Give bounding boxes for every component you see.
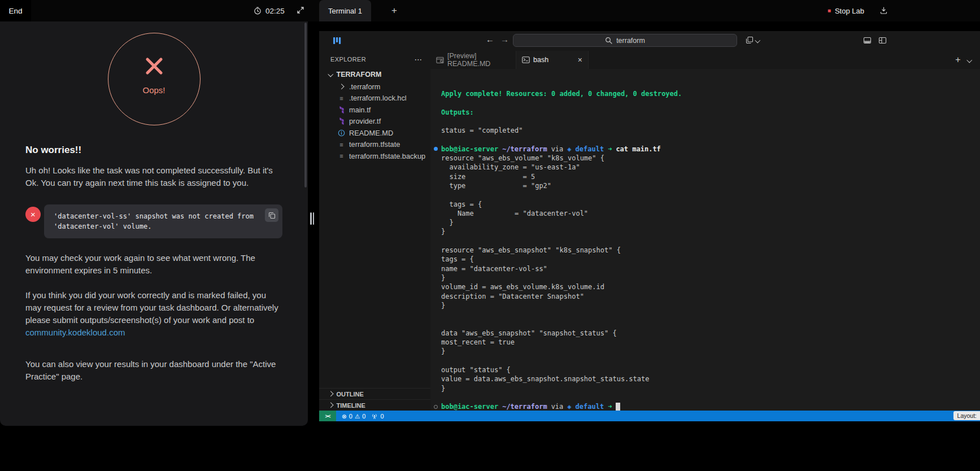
problems-indicator[interactable]: ⊗ 0 ⚠ 0 — [342, 413, 365, 420]
vscode-statusbar: >< ⊗ 0 ⚠ 0 0 Layout: — [319, 411, 980, 421]
toggle-panel-icon[interactable] — [863, 36, 872, 45]
file-icon: ≡ — [338, 141, 345, 148]
add-tab-button[interactable]: + — [955, 55, 960, 65]
tree-root-label: TERRAFORM — [337, 71, 382, 78]
tree-root-terraform[interactable]: TERRAFORM — [319, 68, 430, 81]
lab-timer: 02:25 — [254, 0, 285, 21]
chevron-right-icon — [338, 85, 345, 89]
end-button-label: End — [8, 7, 22, 15]
chevron-right-icon — [328, 391, 333, 396]
tab-readme-preview[interactable]: [Preview] README.MD — [430, 51, 516, 69]
scrollbar-thumb[interactable] — [304, 23, 307, 187]
menu-icon[interactable] — [333, 36, 342, 45]
file-item-terraform-tfstate-backup[interactable]: ≡ terraform.tfstate.backup — [319, 150, 430, 162]
terminal-blank-line — [441, 117, 980, 126]
error-x-glyph: × — [31, 210, 36, 219]
error-circle-icon: × — [25, 207, 41, 222]
file-item-terraform-tfstate[interactable]: ≡ terraform.tfstate — [319, 139, 430, 151]
chevron-down-icon — [755, 37, 760, 42]
prompt-via: via — [551, 145, 564, 154]
radio-tower-icon — [371, 413, 378, 420]
info-icon — [338, 129, 345, 137]
ports-indicator[interactable]: 0 — [371, 413, 384, 420]
command-decoration-icon[interactable] — [434, 147, 438, 151]
ports-count: 0 — [380, 413, 384, 420]
timeline-section[interactable]: TIMELINE — [319, 399, 430, 411]
vscode-titlebar: ← → terraform — [319, 31, 980, 51]
terminal-blank-line — [441, 393, 980, 402]
tab-label: bash — [533, 56, 548, 64]
file-item-readme-md[interactable]: README.MD — [319, 127, 430, 139]
chevron-right-icon — [328, 403, 333, 408]
prompt-workspace: default — [576, 145, 604, 154]
expand-icon[interactable] — [297, 6, 304, 14]
prompt-arrow-icon: ➜ — [608, 402, 612, 411]
tab-bash[interactable]: bash × — [516, 51, 589, 69]
more-actions-icon[interactable]: ⋯ — [415, 55, 423, 64]
close-icon[interactable]: × — [578, 55, 582, 64]
explorer-sidebar: EXPLORER ⋯ TERRAFORM .terraform ≡ .terra… — [319, 51, 431, 411]
result-paragraph-4: You can also view your results in your d… — [25, 358, 282, 383]
terraform-icon — [338, 117, 345, 125]
prompt-directory: ~/terraform — [502, 145, 547, 154]
outline-section[interactable]: OUTLINE — [319, 388, 430, 399]
command-center-search[interactable]: terraform — [513, 34, 737, 47]
warning-count: 0 — [362, 413, 365, 420]
tab-label: [Preview] README.MD — [447, 52, 510, 68]
add-terminal-button[interactable]: + — [387, 4, 401, 18]
terminal-1-tab-label: Terminal 1 — [328, 7, 362, 15]
file-item-terraform-lock-hcl[interactable]: ≡ .terraform.lock.hcl — [319, 93, 430, 104]
file-icon: ≡ — [338, 152, 345, 159]
vscode-window: ← → terraform — [319, 31, 980, 421]
terminal-outputs-label: Outputs: — [441, 108, 980, 117]
warning-icon: ⚠ — [355, 413, 360, 420]
community-link[interactable]: community.kodekloud.com — [25, 328, 125, 337]
prompt-workspace: default — [576, 402, 604, 411]
remote-indicator[interactable]: >< — [319, 411, 336, 421]
terminal-blank-line — [441, 135, 980, 144]
copy-button[interactable] — [265, 208, 278, 222]
result-paragraph-3-text: If you think you did your work correctly… — [25, 290, 278, 325]
terminal-prompt-line: bob@iac-server ~/terraform via ◈ default… — [441, 145, 980, 154]
prompt-user: bob@iac-server — [441, 145, 498, 154]
prompt-arrow-icon: ➜ — [608, 145, 612, 154]
command-decoration-icon[interactable] — [434, 405, 438, 409]
file-item-main-tf[interactable]: main.tf — [319, 104, 430, 116]
stop-lab-label: Stop Lab — [835, 7, 864, 15]
download-icon[interactable] — [879, 6, 888, 15]
stop-lab-button[interactable]: ■ Stop Lab — [827, 0, 864, 21]
result-paragraph-2: You may check your work again to see wha… — [25, 252, 282, 277]
prompt-command: cat main.tf — [616, 145, 660, 154]
tabbar-actions: + — [955, 51, 980, 69]
end-button[interactable]: End — [0, 0, 31, 21]
markdown-preview-icon — [436, 56, 444, 64]
terraform-workspace-icon: ◈ — [567, 145, 571, 154]
file-item-provider-tf[interactable]: provider.tf — [319, 116, 430, 128]
forward-arrow-icon[interactable]: → — [500, 34, 509, 44]
folder-item-dot-terraform[interactable]: .terraform — [319, 81, 430, 93]
back-arrow-icon[interactable]: ← — [486, 34, 494, 44]
terminal-cursor — [616, 403, 620, 411]
terminal-icon — [522, 56, 530, 63]
prompt-via: via — [551, 402, 564, 411]
result-heading: No worries!! — [25, 145, 282, 156]
explorer-title: EXPLORER — [330, 56, 366, 63]
explorer-header: EXPLORER ⋯ — [319, 51, 430, 68]
terminal-1-tab[interactable]: Terminal 1 — [319, 0, 371, 21]
terminal-blank-line — [441, 98, 980, 107]
result-paragraph-1: Uh oh! Looks like the task was not compl… — [25, 164, 282, 189]
profiles-icon[interactable] — [746, 36, 760, 44]
clock-icon — [254, 7, 262, 15]
chevron-down-icon[interactable] — [966, 57, 972, 62]
stop-icon: ■ — [827, 8, 831, 14]
error-count-icon: ⊗ — [342, 413, 347, 420]
layout-indicator[interactable]: Layout: — [953, 411, 980, 420]
customize-layout-icon[interactable] — [878, 36, 887, 45]
error-message-text: 'datacenter-vol-ss' snapshot was not cre… — [54, 211, 255, 232]
terminal-output[interactable]: Apply complete! Resources: 0 added, 0 ch… — [430, 69, 980, 411]
terraform-workspace-icon: ◈ — [567, 402, 571, 411]
error-count: 0 — [349, 413, 352, 420]
result-paragraph-3: If you think you did your work correctly… — [25, 289, 282, 339]
result-panel: Oops! No worries!! Uh oh! Looks like the… — [0, 21, 308, 426]
panel-resize-handle[interactable] — [310, 212, 316, 225]
